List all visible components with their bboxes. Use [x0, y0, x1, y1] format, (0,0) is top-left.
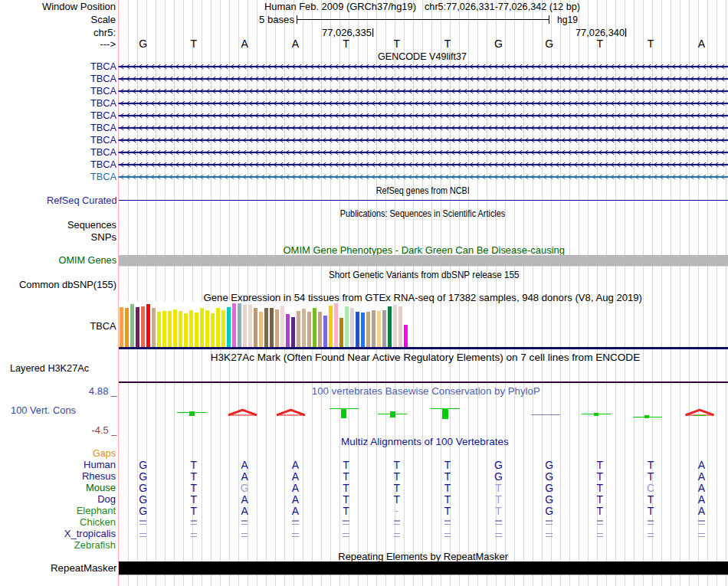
svg-text:-4.5 _: -4.5 _	[92, 424, 118, 436]
svg-text:Chicken: Chicken	[80, 516, 116, 528]
svg-text:G: G	[139, 459, 147, 471]
svg-text:G: G	[494, 459, 503, 471]
svg-text:TBCA: TBCA	[90, 122, 116, 133]
svg-text:4.88 _: 4.88 _	[89, 385, 117, 397]
svg-text:T: T	[597, 482, 604, 494]
svg-text:T: T	[444, 505, 451, 517]
svg-text:A: A	[292, 470, 300, 483]
svg-text:T: T	[597, 38, 604, 50]
svg-text:T: T	[394, 470, 401, 483]
svg-text:Short Genetic Variants from db: Short Genetic Variants from dbSNP releas…	[329, 269, 520, 280]
svg-text:T: T	[444, 482, 451, 494]
svg-text:TBCA: TBCA	[90, 85, 116, 97]
svg-text:TBCA: TBCA	[90, 171, 116, 182]
svg-text:A: A	[698, 482, 706, 494]
svg-text:Human Feb. 2009 (GRCh37/hg19): Human Feb. 2009 (GRCh37/hg19)	[264, 1, 416, 12]
svg-text:T: T	[394, 482, 401, 494]
svg-text:T: T	[495, 493, 502, 506]
svg-text:Dog: Dog	[97, 493, 116, 505]
svg-text:T: T	[191, 470, 198, 483]
svg-text:-: -	[395, 505, 399, 517]
svg-text:A: A	[698, 470, 706, 483]
svg-text:TBCA: TBCA	[90, 110, 116, 121]
svg-text:TBCA: TBCA	[90, 159, 116, 170]
svg-text:Zebrafish: Zebrafish	[74, 539, 116, 551]
svg-text:T: T	[444, 38, 451, 50]
svg-text:G: G	[139, 493, 147, 506]
svg-text:Mouse: Mouse	[86, 482, 116, 493]
svg-text:T: T	[444, 459, 451, 471]
svg-text:T: T	[597, 470, 604, 483]
svg-text:T: T	[343, 505, 349, 517]
svg-text:A: A	[241, 38, 248, 50]
svg-text:T: T	[343, 470, 349, 483]
svg-text:T: T	[495, 482, 502, 494]
svg-text:Sequences: Sequences	[67, 219, 116, 231]
svg-text:Multiz Alignments of 100 Verte: Multiz Alignments of 100 Vertebrates	[341, 436, 509, 447]
svg-text:T: T	[444, 470, 451, 483]
svg-text:T: T	[648, 459, 654, 471]
svg-text:100 vertebrates Basewise Conse: 100 vertebrates Basewise Conservation by…	[312, 385, 540, 397]
svg-text:Publications: Sequences in Sci: Publications: Sequences in Scientific Ar…	[340, 208, 506, 219]
svg-text:H3K27Ac Mark (Often Found Near: H3K27Ac Mark (Often Found Near Active Re…	[211, 352, 641, 363]
svg-text:RepeatMasker: RepeatMasker	[51, 562, 117, 574]
svg-text:G: G	[494, 38, 503, 50]
svg-text:--->: --->	[100, 38, 116, 50]
svg-text:T: T	[343, 459, 349, 471]
svg-text:100 Vert. Cons: 100 Vert. Cons	[11, 404, 76, 416]
svg-text:T: T	[648, 493, 654, 506]
svg-text:TBCA: TBCA	[90, 73, 116, 84]
svg-text:A: A	[241, 459, 248, 471]
svg-text:T: T	[191, 493, 198, 506]
svg-text:Elephant: Elephant	[77, 505, 116, 516]
svg-text:C: C	[647, 482, 654, 494]
svg-text:T: T	[648, 505, 654, 517]
svg-text:G: G	[545, 505, 553, 517]
svg-text:T: T	[597, 505, 604, 517]
svg-text:T: T	[191, 505, 198, 517]
svg-text:GENCODE V49lift37: GENCODE V49lift37	[378, 51, 467, 62]
svg-text:T: T	[191, 482, 198, 494]
svg-text:Scale: Scale	[90, 14, 116, 25]
svg-text:A: A	[698, 505, 706, 517]
svg-text:Gene Expression in 54 tissues: Gene Expression in 54 tissues from GTEx …	[204, 292, 642, 303]
svg-text:A: A	[292, 482, 300, 494]
svg-text:OMIM Genes: OMIM Genes	[59, 254, 117, 266]
svg-text:Layered H3K27Ac: Layered H3K27Ac	[10, 362, 89, 374]
svg-text:G: G	[494, 470, 503, 483]
svg-text:OMIM Gene Phenotypes - Dark Gr: OMIM Gene Phenotypes - Dark Green Can Be…	[284, 244, 566, 256]
svg-text:Repeating Elements by RepeatMa: Repeating Elements by RepeatMasker	[338, 551, 508, 562]
svg-text:T: T	[191, 38, 198, 50]
svg-text:Human: Human	[84, 459, 116, 470]
svg-text:G: G	[545, 459, 553, 471]
svg-text:Window Position: Window Position	[42, 1, 116, 12]
svg-text:G: G	[139, 505, 147, 517]
svg-text:A: A	[241, 493, 248, 506]
svg-text:Rhesus: Rhesus	[82, 470, 116, 482]
svg-text:A: A	[698, 459, 706, 471]
svg-text:G: G	[545, 493, 553, 506]
svg-text:5 bases: 5 bases	[259, 14, 294, 25]
svg-text:hg19: hg19	[557, 14, 578, 25]
svg-text:T: T	[394, 459, 401, 471]
svg-text:T: T	[343, 482, 349, 494]
svg-text:A: A	[292, 505, 300, 517]
svg-text:G: G	[139, 38, 147, 50]
svg-text:T: T	[394, 38, 401, 50]
svg-text:G: G	[545, 38, 553, 50]
svg-text:G: G	[241, 482, 249, 494]
svg-text:A: A	[241, 505, 248, 517]
svg-text:A: A	[292, 459, 300, 471]
svg-text:TBCA: TBCA	[90, 320, 116, 332]
svg-text:T: T	[191, 459, 198, 471]
svg-text:RefSeq genes from NCBI: RefSeq genes from NCBI	[376, 185, 470, 196]
svg-text:chr5:: chr5:	[93, 27, 116, 38]
svg-text:T: T	[495, 505, 502, 517]
svg-text:TBCA: TBCA	[90, 61, 116, 72]
svg-text:TBCA: TBCA	[90, 134, 116, 146]
svg-text:T: T	[444, 493, 451, 506]
svg-text:A: A	[292, 38, 300, 50]
svg-text:G: G	[139, 482, 147, 494]
svg-text:A: A	[241, 470, 248, 483]
svg-text:T: T	[343, 493, 349, 506]
